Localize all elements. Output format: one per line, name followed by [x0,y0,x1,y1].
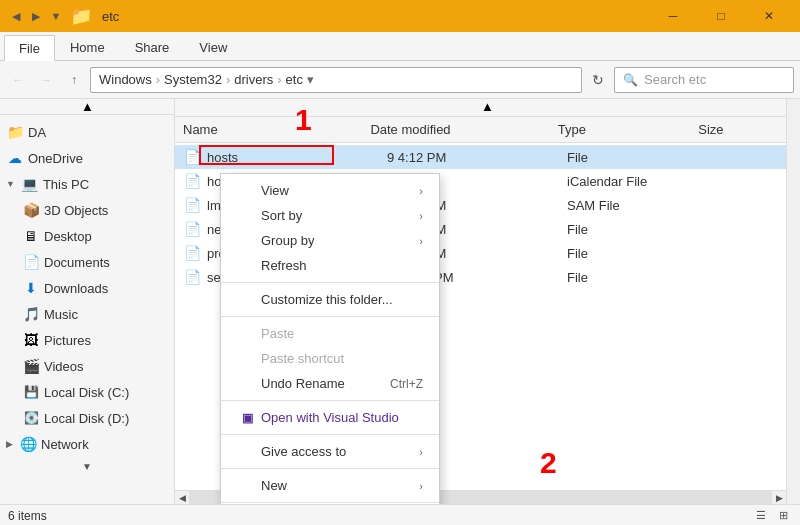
address-path[interactable]: Windows › System32 › drivers › etc ▾ [90,67,582,93]
ctx-paste-label: Paste [261,326,294,341]
view-large-button[interactable]: ⊞ [774,507,792,525]
sidebar-item-videos[interactable]: 🎬 Videos [0,353,174,379]
path-parts: Windows › System32 › drivers › etc [99,72,303,87]
ctx-refresh[interactable]: Refresh [221,253,439,278]
sidebar-item-documents[interactable]: 📄 Documents [0,249,174,275]
ctx-sep4 [221,434,439,435]
sidebar-scroll-down[interactable]: ▼ [0,457,174,475]
3dobjects-icon: 📦 [22,201,40,219]
network-icon: 🌐 [19,435,37,453]
sidebar-item-localdiskd[interactable]: 💽 Local Disk (D:) [0,405,174,431]
file-scroll-up[interactable]: ▲ [175,99,800,117]
ctx-sep5 [221,468,439,469]
ctx-groupby[interactable]: Group by › [221,228,439,253]
ctx-paste: Paste [221,321,439,346]
file-icon-hostsics: 📄 [183,172,201,190]
forward-button[interactable]: → [34,68,58,92]
ctx-give-access-label: Give access to [261,444,346,459]
sidebar-label-da: DA [28,125,46,140]
file-icon-networks: 📄 [183,220,201,238]
file-type-networks: File [567,222,702,237]
title-bar-controls: ─ □ ✕ [650,0,792,32]
ctx-undo-rename[interactable]: Undo Rename Ctrl+Z [221,371,439,396]
ctx-sep2 [221,316,439,317]
tab-share[interactable]: Share [120,34,185,60]
sidebar-item-downloads[interactable]: ⬇ Downloads [0,275,174,301]
ctx-open-vs[interactable]: ▣ Open with Visual Studio [221,405,439,430]
ctx-give-access[interactable]: Give access to › [221,439,439,464]
ctx-customize[interactable]: Customize this folder... [221,287,439,312]
col-header-name[interactable]: Name [183,122,370,137]
sidebar-label-3dobjects: 3D Objects [44,203,108,218]
col-header-type[interactable]: Type [558,122,699,137]
sidebar-item-thispc[interactable]: ▼ 💻 This PC [0,171,174,197]
sidebar-item-onedrive[interactable]: ☁ OneDrive [0,145,174,171]
search-placeholder: Search etc [644,72,706,87]
back-button[interactable]: ← [6,68,30,92]
window-title: etc [102,9,119,24]
main-layout: ▲ 📁 DA ☁ OneDrive ▼ 💻 This PC 📦 3D Objec… [0,99,800,504]
file-type-hostsics: iCalendar File [567,174,702,189]
sidebar-item-3dobjects[interactable]: 📦 3D Objects [0,197,174,223]
network-expand-icon: ▶ [6,439,13,449]
title-bar: ◀ ▶ ▼ 📁 etc ─ □ ✕ [0,0,800,32]
path-part-windows: Windows [99,72,152,87]
file-list: 📄 hosts 9 4:12 PM File 📄 hosts.ics 8:28 … [175,143,800,291]
path-part-drivers: drivers [234,72,273,87]
file-date-hosts: 9 4:12 PM [387,150,567,165]
minimize-button[interactable]: ─ [650,0,696,32]
vertical-scrollbar[interactable] [786,99,800,504]
search-box[interactable]: 🔍 Search etc [614,67,794,93]
onedrive-icon: ☁ [6,149,24,167]
file-row-hosts[interactable]: 📄 hosts 9 4:12 PM File [175,145,800,169]
ctx-new-arrow: › [419,480,423,492]
title-bar-icons: ◀ ▶ ▼ [8,8,64,24]
ctx-sep3 [221,400,439,401]
ctx-new-label: New [261,478,287,493]
sidebar-item-pictures[interactable]: 🖼 Pictures [0,327,174,353]
localdiskc-icon: 💾 [22,383,40,401]
context-menu: View › Sort by › Group by › Refresh [220,173,440,504]
ctx-sortby-label: Sort by [261,208,302,223]
title-bar-down-icon: ▼ [48,8,64,24]
sidebar-item-localdiskc[interactable]: 💾 Local Disk (C:) [0,379,174,405]
ctx-sortby[interactable]: Sort by › [221,203,439,228]
ctx-view-arrow: › [419,185,423,197]
sidebar-label-localdiskc: Local Disk (C:) [44,385,129,400]
sidebar-label-thispc: This PC [43,177,89,192]
ctx-undo-label: Undo Rename [261,376,345,391]
ctx-view[interactable]: View › [221,178,439,203]
ctx-customize-label: Customize this folder... [261,292,393,307]
tab-file[interactable]: File [4,35,55,61]
desktop-icon: 🖥 [22,227,40,245]
downloads-icon: ⬇ [22,279,40,297]
up-button[interactable]: ↑ [62,68,86,92]
ctx-refresh-label: Refresh [261,258,307,273]
localdiskd-icon: 💽 [22,409,40,427]
refresh-button[interactable]: ↻ [586,68,610,92]
tab-view[interactable]: View [184,34,242,60]
sidebar-item-da[interactable]: 📁 DA [0,119,174,145]
file-name-hosts: hosts [207,150,387,165]
view-detail-button[interactable]: ☰ [752,507,770,525]
sidebar-item-network[interactable]: ▶ 🌐 Network [0,431,174,457]
file-icon-services: 📄 [183,268,201,286]
ctx-sep1 [221,282,439,283]
scroll-left-btn[interactable]: ◀ [175,491,189,505]
tab-home[interactable]: Home [55,34,120,60]
maximize-button[interactable]: □ [698,0,744,32]
scroll-right-btn[interactable]: ▶ [772,491,786,505]
ribbon: File Home Share View [0,32,800,61]
file-icon-protocol: 📄 [183,244,201,262]
ctx-new[interactable]: New › [221,473,439,498]
ribbon-tabs: File Home Share View [0,32,800,60]
file-type-lmhosts: SAM File [567,198,702,213]
col-header-size[interactable]: Size [698,122,792,137]
sidebar-scroll-top[interactable]: ▲ [0,99,175,115]
path-dropdown-icon[interactable]: ▾ [307,72,314,87]
col-header-date[interactable]: Date modified [370,122,557,137]
sidebar-item-desktop[interactable]: 🖥 Desktop [0,223,174,249]
sidebar-item-music[interactable]: 🎵 Music [0,301,174,327]
sidebar-label-network: Network [41,437,89,452]
close-button[interactable]: ✕ [746,0,792,32]
